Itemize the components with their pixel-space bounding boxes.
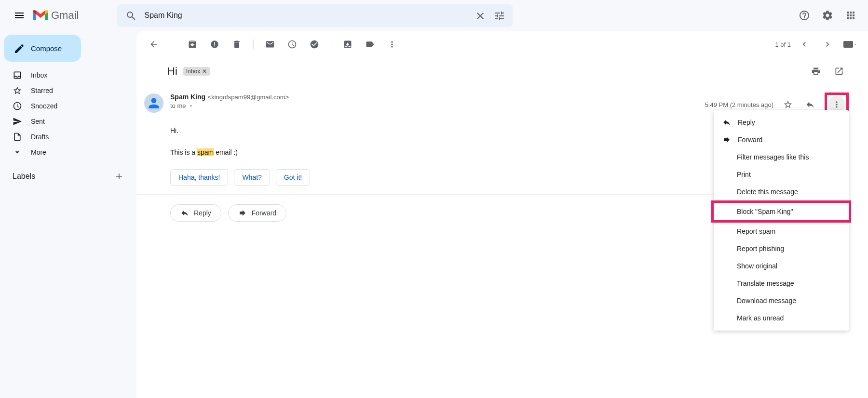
sidebar-item-sent[interactable]: Sent (0, 114, 131, 129)
smart-reply-1[interactable]: Haha, thanks! (170, 169, 228, 186)
reply-button[interactable]: Reply (170, 204, 221, 222)
add-task-icon (310, 40, 319, 49)
arrow-back-icon (149, 40, 159, 49)
more-toolbar-button[interactable] (382, 35, 402, 54)
dropdown-block-highlight: Block "Spam King" (711, 200, 851, 223)
plus-icon (114, 172, 124, 181)
sidebar-item-starred[interactable]: Starred (0, 83, 131, 98)
open-in-new-icon (834, 66, 844, 76)
labels-button[interactable] (360, 35, 380, 54)
help-icon (799, 10, 810, 21)
sidebar-item-label: More (31, 148, 46, 156)
dropdown-print[interactable]: Print (714, 166, 849, 183)
archive-button[interactable] (183, 35, 202, 54)
compose-label: Compose (31, 44, 62, 53)
dropdown-filter[interactable]: Filter messages like this (714, 148, 849, 166)
search-input[interactable] (140, 11, 470, 20)
message-timestamp: 5:49 PM (2 minutes ago) (705, 101, 773, 108)
to-label: to me (170, 102, 186, 109)
message-more-dropdown: Reply Forward Filter messages like this … (714, 110, 849, 331)
input-tools-button[interactable] (841, 35, 860, 54)
sidebar-item-label: Snoozed (31, 102, 57, 110)
remove-label-button[interactable]: ✕ (202, 68, 207, 75)
menu-icon (14, 10, 25, 21)
sidebar-item-label: Starred (31, 87, 53, 94)
gmail-logo[interactable]: Gmail (33, 9, 79, 22)
label-chip-text: Inbox (186, 68, 200, 75)
message-toolbar: 1 of 1 (136, 31, 868, 58)
subject-text: Hi (167, 65, 177, 78)
dropdown-report-spam[interactable]: Report spam (714, 223, 849, 240)
prev-button[interactable] (795, 35, 814, 54)
sidebar: Compose Inbox Starred Snoozed Sent Draft… (0, 31, 136, 398)
dropdown-delete[interactable]: Delete this message (714, 183, 849, 200)
add-label-button[interactable] (111, 169, 127, 184)
inbox-label-chip[interactable]: Inbox ✕ (183, 67, 210, 76)
sender-name: Spam King (170, 93, 205, 101)
chevron-left-icon (800, 40, 809, 49)
header-right (795, 6, 860, 25)
forward-icon (722, 135, 731, 144)
star-icon (783, 100, 793, 109)
gmail-logo-text: Gmail (51, 9, 79, 22)
dropdown-report-phishing[interactable]: Report phishing (714, 240, 849, 257)
settings-button[interactable] (818, 6, 837, 25)
clear-search-button[interactable] (470, 6, 489, 25)
smart-reply-3[interactable]: Got it! (276, 169, 310, 186)
gmail-logo-icon (33, 10, 48, 21)
report-icon (210, 40, 219, 49)
compose-button[interactable]: Compose (4, 35, 81, 62)
sender-avatar[interactable] (144, 93, 163, 113)
more-vert-icon (832, 100, 841, 109)
delete-button[interactable] (227, 35, 246, 54)
google-apps-button[interactable] (841, 6, 860, 25)
search-icon (125, 10, 136, 21)
dropdown-block[interactable]: Block "Spam King" (714, 203, 849, 220)
search-options-button[interactable] (489, 6, 509, 25)
dropdown-caret-icon (188, 103, 194, 109)
forward-icon (238, 209, 247, 217)
next-button[interactable] (818, 35, 837, 54)
snooze-button[interactable] (283, 35, 302, 54)
mark-unread-button[interactable] (260, 35, 280, 54)
sender-email: <kingofspam99@gmail.com> (208, 93, 289, 101)
toolbar-separator (331, 40, 331, 49)
dropdown-reply[interactable]: Reply (714, 114, 849, 131)
sidebar-item-label: Drafts (31, 133, 49, 141)
add-to-tasks-button[interactable] (305, 35, 324, 54)
support-button[interactable] (795, 6, 814, 25)
close-icon (475, 10, 485, 21)
recipient-line[interactable]: to me (170, 102, 705, 109)
print-button[interactable] (806, 62, 826, 81)
open-new-window-button[interactable] (829, 62, 849, 81)
person-icon (146, 95, 162, 111)
clock-icon (287, 40, 297, 49)
sidebar-item-more[interactable]: More (0, 145, 131, 160)
dropdown-forward[interactable]: Forward (714, 131, 849, 148)
sidebar-item-drafts[interactable]: Drafts (0, 129, 131, 145)
file-icon (13, 132, 22, 142)
sidebar-item-inbox[interactable]: Inbox (0, 67, 131, 83)
dropdown-translate[interactable]: Translate message (714, 275, 849, 292)
pagination-label: 1 of 1 (775, 41, 791, 48)
search-button[interactable] (121, 6, 140, 25)
sidebar-item-label: Inbox (31, 71, 47, 79)
trash-icon (232, 40, 242, 49)
message-container: Spam King <kingofspam99@gmail.com> to me… (136, 85, 868, 229)
move-to-button[interactable] (338, 35, 357, 54)
highlighted-word: spam (197, 148, 214, 156)
dropdown-download[interactable]: Download message (714, 292, 849, 309)
main-menu-button[interactable] (8, 4, 31, 27)
move-to-inbox-icon (343, 40, 353, 49)
back-button[interactable] (144, 35, 163, 54)
sidebar-item-snoozed[interactable]: Snoozed (0, 98, 131, 114)
tune-icon (494, 10, 504, 21)
dropdown-show-original[interactable]: Show original (714, 257, 849, 275)
dropdown-mark-unread[interactable]: Mark as unread (714, 309, 849, 327)
archive-icon (188, 40, 197, 49)
subject-row: Hi Inbox ✕ (136, 58, 868, 85)
forward-button[interactable]: Forward (228, 204, 286, 222)
star-icon (13, 86, 22, 95)
report-spam-button[interactable] (205, 35, 224, 54)
smart-reply-2[interactable]: What? (234, 169, 270, 186)
